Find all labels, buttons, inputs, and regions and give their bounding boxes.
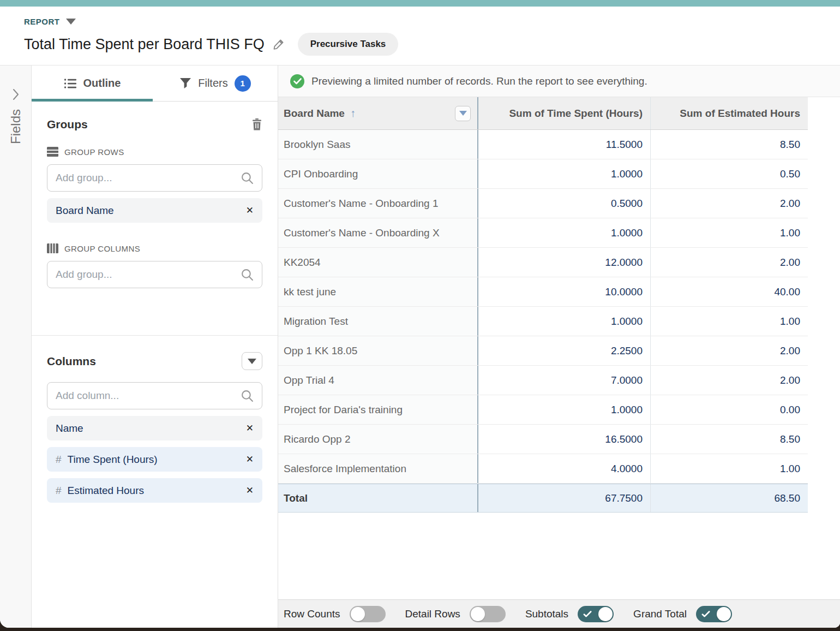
- toggle-item: Row Counts: [284, 606, 386, 622]
- time-spent-cell: 10.0000: [477, 277, 650, 306]
- groups-section-title: Groups: [47, 118, 88, 131]
- toggle-knob: [351, 607, 365, 621]
- board-name-cell: Project for Daria's training: [278, 395, 477, 424]
- group-rows-section: GROUP ROWS: [47, 147, 262, 157]
- time-spent-cell: 2.2500: [477, 336, 650, 365]
- table-row: Ricardo Opp 216.50008.50: [278, 425, 808, 454]
- row-counts-toggle[interactable]: [350, 606, 386, 622]
- field-chip-label: Estimated Hours: [68, 485, 144, 497]
- board-name-cell: Opp 1 KK 18.05: [278, 336, 477, 365]
- table-row: Project for Daria's training1.00000.00: [278, 395, 808, 425]
- search-icon: [241, 269, 254, 281]
- remove-field-icon[interactable]: ✕: [246, 205, 254, 216]
- check-icon: [701, 609, 711, 619]
- add-group-columns-box: [47, 261, 262, 288]
- sidebar-divider: [32, 335, 278, 336]
- subtotals-toggle[interactable]: [578, 606, 614, 622]
- group-columns-icon: [47, 243, 58, 253]
- toggle-item: Detail Rows: [405, 606, 506, 622]
- outline-sidebar: Outline Filters 1 Groups GROUP RO: [32, 66, 278, 628]
- field-chip[interactable]: Board Name✕: [47, 198, 262, 223]
- sidebar-tabs: Outline Filters 1: [32, 66, 278, 102]
- toggle-label: Grand Total: [633, 608, 687, 620]
- table-row: Opp 1 KK 18.052.25002.00: [278, 336, 808, 366]
- time-spent-cell: 1.0000: [477, 159, 650, 188]
- report-header: REPORT Total Time Spent per Board THIS F…: [0, 7, 840, 65]
- tab-filters[interactable]: Filters 1: [153, 66, 278, 101]
- add-column-input[interactable]: [56, 390, 237, 402]
- edit-title-pencil-icon[interactable]: [273, 39, 284, 50]
- filter-funnel-icon: [179, 78, 191, 89]
- estimated-hours-cell: 0.50: [650, 159, 808, 188]
- field-chip-label: Time Spent (Hours): [68, 454, 158, 466]
- table-row: Brooklyn Saas11.50008.50: [278, 130, 808, 159]
- column-header-board-name[interactable]: Board Name ↑: [278, 97, 477, 129]
- detail-rows-toggle[interactable]: [470, 606, 506, 622]
- field-chip[interactable]: #Estimated Hours✕: [47, 478, 262, 503]
- time-spent-cell: 11.5000: [477, 130, 650, 159]
- column-header-estimated-hours[interactable]: Sum of Estimated Hours: [650, 97, 808, 129]
- estimated-hours-cell: 2.00: [650, 336, 808, 365]
- board-name-cell: Brooklyn Saas: [278, 130, 477, 159]
- columns-menu-button[interactable]: [242, 352, 262, 370]
- report-dropdown-caret-icon[interactable]: [66, 19, 76, 25]
- remove-field-icon[interactable]: ✕: [246, 454, 254, 465]
- add-group-columns-input[interactable]: [56, 269, 237, 281]
- board-name-cell: Customer's Name - Onboarding 1: [278, 189, 477, 218]
- estimated-hours-cell: 2.00: [650, 366, 808, 395]
- preview-notice-text: Previewing a limited number of records. …: [311, 75, 647, 87]
- toggle-item: Subtotals: [525, 606, 614, 622]
- filters-count-badge: 1: [235, 75, 251, 92]
- top-accent-bar: [0, 0, 840, 7]
- time-spent-cell: 12.0000: [477, 248, 650, 277]
- grand-total-estimated: 68.50: [650, 484, 808, 512]
- remove-field-icon[interactable]: ✕: [246, 422, 254, 434]
- add-group-rows-input[interactable]: [56, 172, 237, 184]
- outline-list-icon: [64, 78, 77, 90]
- board-name-cell: Customer's Name - Onboarding X: [278, 218, 477, 247]
- grand-total-toggle[interactable]: [696, 606, 732, 622]
- tab-outline[interactable]: Outline: [32, 66, 153, 101]
- toggle-label: Row Counts: [284, 608, 340, 620]
- columns-section-title: Columns: [47, 355, 96, 368]
- group-rows-label: GROUP ROWS: [64, 147, 124, 157]
- table-header-row: Board Name ↑ Sum of Time Spent (Hours) S…: [278, 97, 808, 130]
- time-spent-cell: 0.5000: [477, 189, 650, 218]
- time-spent-cell: 1.0000: [477, 395, 650, 424]
- estimated-hours-cell: 8.50: [650, 425, 808, 454]
- column-header-time-spent[interactable]: Sum of Time Spent (Hours): [477, 97, 650, 129]
- estimated-hours-cell: 40.00: [650, 277, 808, 306]
- table-row: Opp Trial 47.00002.00: [278, 366, 808, 395]
- toggle-knob: [598, 607, 613, 621]
- sort-ascending-icon: ↑: [350, 107, 356, 120]
- board-name-cell: Salesforce Implementation: [278, 454, 477, 483]
- toggle-knob: [471, 607, 485, 621]
- report-type-label: REPORT: [24, 17, 60, 26]
- chevron-down-icon: [459, 111, 467, 116]
- toggle-item: Grand Total: [633, 606, 732, 622]
- tab-filters-label: Filters: [198, 77, 227, 90]
- field-chip[interactable]: Name✕: [47, 416, 262, 440]
- table-row: Migration Test1.00001.00: [278, 307, 808, 336]
- estimated-hours-cell: 1.00: [650, 218, 808, 247]
- field-chip[interactable]: #Time Spent (Hours)✕: [47, 447, 262, 472]
- report-title: Total Time Spent per Board THIS FQ: [24, 36, 265, 53]
- table-row: Customer's Name - Onboarding X1.00001.00: [278, 218, 808, 248]
- tab-outline-label: Outline: [83, 77, 121, 90]
- number-field-icon: #: [56, 485, 62, 497]
- column-filter-button[interactable]: [455, 106, 471, 121]
- board-name-cell: Migration Test: [278, 307, 477, 336]
- report-preview-area: Previewing a limited number of records. …: [278, 66, 840, 628]
- toggle-label: Detail Rows: [405, 608, 460, 620]
- clear-groups-trash-icon[interactable]: [251, 118, 262, 130]
- board-name-cell: KK2054: [278, 248, 477, 277]
- preview-table: Board Name ↑ Sum of Time Spent (Hours) S…: [278, 97, 808, 513]
- add-column-box: [47, 382, 262, 409]
- time-spent-cell: 1.0000: [477, 218, 650, 247]
- chevron-down-icon: [248, 359, 256, 364]
- fields-panel-collapsed[interactable]: Fields: [0, 66, 32, 628]
- field-chip-label: Name: [56, 422, 83, 434]
- table-row: kk test june10.000040.00: [278, 277, 808, 307]
- remove-field-icon[interactable]: ✕: [246, 485, 254, 496]
- estimated-hours-cell: 1.00: [650, 307, 808, 336]
